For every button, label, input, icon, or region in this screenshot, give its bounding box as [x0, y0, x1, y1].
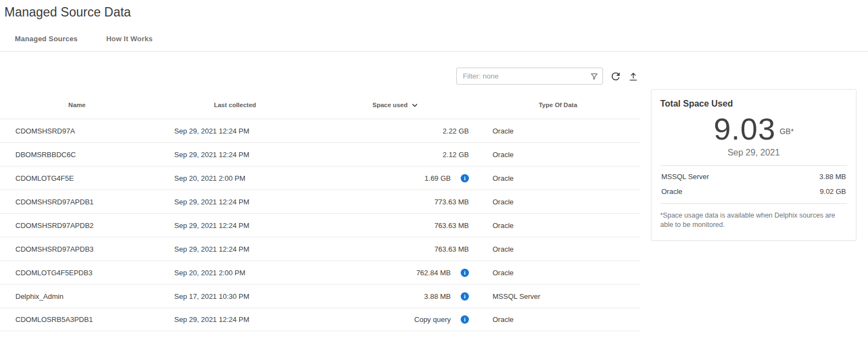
- row-name: CDOMLOSRB5A3PDB1: [0, 315, 154, 324]
- table-row[interactable]: CDOMSHSRD97APDB3 Sep 29, 2021 12:24 PM 7…: [0, 237, 640, 260]
- row-last-collected: Sep 20, 2021 2:00 PM: [154, 174, 316, 182]
- table-row[interactable]: DBOMSRBBDC6C Sep 29, 2021 12:24 PM 2.12 …: [0, 142, 640, 166]
- tab-how-it-works[interactable]: How It Works: [106, 35, 153, 51]
- tab-bar: Managed Sources How It Works: [0, 35, 868, 52]
- managed-sources-table: Name Last collected Space used Type Of D…: [0, 91, 640, 331]
- column-header-type[interactable]: Type Of Data: [476, 102, 640, 108]
- column-header-space-used[interactable]: Space used: [316, 101, 476, 109]
- filter-box: [456, 68, 603, 85]
- row-type: Oracle: [476, 127, 640, 135]
- table-row[interactable]: CDOMLOSRB5A3PDB1 Sep 29, 2021 12:24 PM C…: [0, 308, 640, 331]
- row-type: Oracle: [476, 315, 640, 324]
- column-header-type-label: Type Of Data: [539, 102, 577, 108]
- row-space-used: 2.22 GB: [316, 127, 476, 135]
- row-space-used-value: 2.22 GB: [443, 127, 469, 135]
- space-breakdown: MSSQL Server 3.88 MB Oracle 9.02 GB: [660, 166, 847, 203]
- toolbar: [0, 52, 868, 91]
- total-space-used-card: Total Space Used 9.03GB* Sep 29, 2021 MS…: [651, 89, 856, 241]
- row-last-collected: Sep 29, 2021 12:24 PM: [154, 127, 316, 135]
- row-last-collected: Sep 29, 2021 12:24 PM: [154, 151, 316, 159]
- row-space-used: 763.63 MB: [316, 221, 476, 230]
- row-space-used: 2.12 GB: [316, 151, 476, 159]
- row-name: CDOMSHSRD97APDB1: [0, 198, 154, 206]
- table-header: Name Last collected Space used Type Of D…: [0, 91, 640, 119]
- column-header-name[interactable]: Name: [0, 102, 154, 108]
- row-last-collected: Sep 29, 2021 12:24 PM: [154, 315, 316, 324]
- breakdown-row: MSSQL Server 3.88 MB: [660, 169, 847, 184]
- row-space-used-value: 762.84 MB: [416, 269, 451, 277]
- filter-input[interactable]: [457, 68, 586, 84]
- row-last-collected: Sep 29, 2021 12:24 PM: [154, 245, 316, 253]
- export-icon[interactable]: [626, 69, 640, 84]
- table-body: CDOMSHSRD97A Sep 29, 2021 12:24 PM 2.22 …: [0, 119, 640, 331]
- info-icon[interactable]: i: [461, 174, 469, 182]
- row-space-used: 3.88 MB i: [316, 292, 476, 301]
- table-row[interactable]: CDOMSHSRD97APDB1 Sep 29, 2021 12:24 PM 7…: [0, 190, 640, 213]
- breakdown-value: 3.88 MB: [820, 173, 846, 181]
- column-header-last-collected[interactable]: Last collected: [154, 102, 316, 108]
- row-space-used: 773.63 MB: [316, 198, 476, 206]
- breakdown-row: Oracle 9.02 GB: [660, 184, 847, 199]
- summary-divider-bottom: [660, 203, 847, 204]
- row-space-used: 762.84 MB i: [316, 269, 476, 277]
- row-name: CDOMLOTG4F5E: [0, 174, 154, 182]
- row-last-collected: Sep 20, 2021 2:00 PM: [154, 269, 316, 277]
- page-title: Managed Source Data: [0, 0, 868, 20]
- row-type: Oracle: [476, 151, 640, 159]
- table-row[interactable]: CDOMSHSRD97A Sep 29, 2021 12:24 PM 2.22 …: [0, 119, 640, 142]
- summary-value: 9.03: [714, 112, 776, 146]
- row-name: CDOMSHSRD97APDB3: [0, 245, 154, 253]
- row-name: DBOMSRBBDC6C: [0, 151, 154, 159]
- breakdown-label: Oracle: [661, 187, 682, 196]
- row-name: CDOMSHSRD97APDB2: [0, 221, 154, 230]
- row-last-collected: Sep 29, 2021 12:24 PM: [154, 221, 316, 230]
- row-type: Oracle: [476, 198, 640, 206]
- row-space-used-value: 763.63 MB: [434, 221, 469, 230]
- row-type: Oracle: [476, 174, 640, 182]
- row-space-used: 763.63 MB: [316, 245, 476, 253]
- row-name: CDOMLOTG4F5EPDB3: [0, 269, 154, 277]
- info-icon[interactable]: i: [461, 292, 469, 301]
- summary-unit: GB*: [779, 127, 794, 136]
- row-name: Delphix_Admin: [0, 292, 154, 301]
- row-space-used: Copy query i: [316, 315, 476, 324]
- row-type: Oracle: [476, 269, 640, 277]
- summary-footnote: *Space usage data is available when Delp…: [660, 211, 847, 229]
- row-name: CDOMSHSRD97A: [0, 127, 154, 135]
- breakdown-value: 9.02 GB: [820, 187, 846, 196]
- column-header-name-label: Name: [68, 102, 85, 108]
- column-header-space-used-label: Space used: [373, 102, 408, 108]
- funnel-icon[interactable]: [586, 68, 602, 84]
- summary-date: Sep 29, 2021: [660, 148, 847, 158]
- refresh-icon[interactable]: [609, 69, 623, 84]
- info-icon[interactable]: i: [461, 315, 469, 324]
- row-space-used-value: 773.63 MB: [434, 198, 469, 206]
- row-space-used: 1.69 GB i: [316, 174, 476, 182]
- row-last-collected: Sep 17, 2021 10:30 PM: [154, 292, 316, 301]
- summary-big-value: 9.03GB*: [660, 111, 847, 147]
- table-row[interactable]: CDOMLOTG4F5EPDB3 Sep 20, 2021 2:00 PM 76…: [0, 260, 640, 284]
- table-row[interactable]: CDOMLOTG4F5E Sep 20, 2021 2:00 PM 1.69 G…: [0, 166, 640, 190]
- sort-chevron-down-icon: [411, 101, 419, 109]
- breakdown-label: MSSQL Server: [661, 173, 709, 181]
- info-icon[interactable]: i: [461, 269, 469, 277]
- row-type: MSSQL Server: [476, 292, 640, 301]
- row-type: Oracle: [476, 245, 640, 253]
- table-row[interactable]: CDOMSHSRD97APDB2 Sep 29, 2021 12:24 PM 7…: [0, 213, 640, 237]
- row-type: Oracle: [476, 221, 640, 230]
- row-space-used-value: Copy query: [414, 315, 451, 324]
- table-row[interactable]: Delphix_Admin Sep 17, 2021 10:30 PM 3.88…: [0, 284, 640, 308]
- row-last-collected: Sep 29, 2021 12:24 PM: [154, 198, 316, 206]
- column-header-last-collected-label: Last collected: [214, 102, 256, 108]
- row-space-used-value: 3.88 MB: [424, 292, 451, 301]
- summary-title: Total Space Used: [660, 99, 847, 109]
- row-space-used-value: 1.69 GB: [424, 174, 451, 182]
- row-space-used-value: 763.63 MB: [434, 245, 469, 253]
- row-space-used-value: 2.12 GB: [443, 151, 469, 159]
- tab-managed-sources[interactable]: Managed Sources: [15, 35, 78, 51]
